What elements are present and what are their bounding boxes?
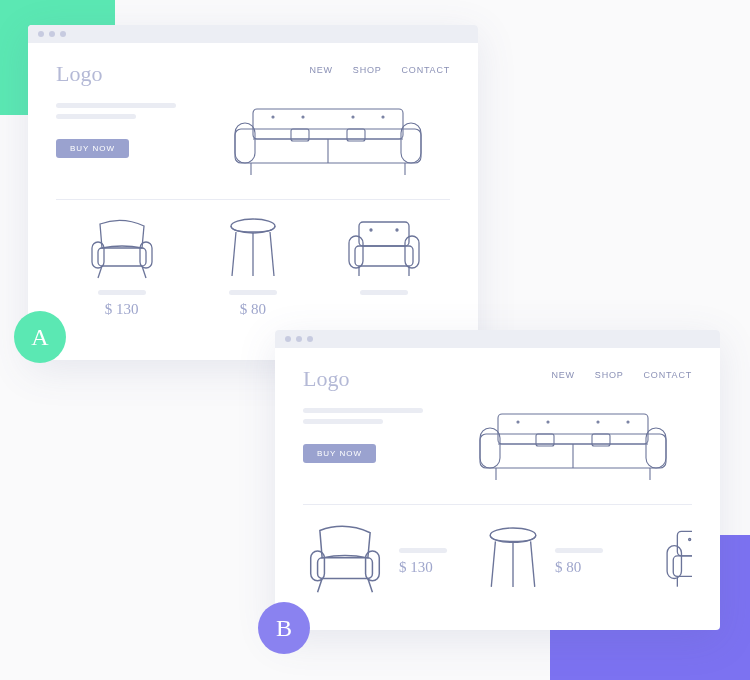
nav-link-new[interactable]: NEW <box>309 65 332 75</box>
loveseat-icon <box>345 214 423 284</box>
svg-point-43 <box>597 421 599 423</box>
svg-line-21 <box>270 232 274 276</box>
product-price: $ 80 <box>240 301 266 318</box>
traffic-light-icon <box>296 336 302 342</box>
placeholder-line <box>56 114 136 119</box>
hero-section: BUY NOW <box>56 101 450 200</box>
nav-link-shop[interactable]: SHOP <box>353 65 382 75</box>
svg-line-51 <box>491 541 495 587</box>
placeholder-line <box>98 290 146 295</box>
svg-rect-23 <box>359 222 409 246</box>
main-nav: NEW SHOP CONTACT <box>551 366 692 380</box>
buy-now-button[interactable]: BUY NOW <box>56 139 129 158</box>
variant-badge-a: A <box>14 311 66 363</box>
svg-point-60 <box>689 538 691 540</box>
svg-rect-0 <box>253 109 403 139</box>
svg-rect-24 <box>355 246 413 266</box>
stool-icon <box>224 214 282 284</box>
svg-point-41 <box>517 421 519 423</box>
hero-image <box>453 406 692 486</box>
traffic-light-icon <box>49 31 55 37</box>
svg-point-12 <box>352 116 354 118</box>
svg-rect-56 <box>667 546 681 579</box>
header-bar: Logo NEW SHOP CONTACT <box>56 61 450 87</box>
hero-section: BUY NOW <box>303 406 692 505</box>
svg-point-42 <box>547 421 549 423</box>
armchair-icon <box>86 214 158 284</box>
svg-rect-25 <box>349 236 363 268</box>
brand-logo[interactable]: Logo <box>56 61 102 87</box>
product-card-stool[interactable]: $ 80 <box>483 519 643 599</box>
product-card-armchair[interactable]: $ 130 <box>303 519 463 599</box>
svg-rect-55 <box>673 556 692 577</box>
svg-rect-26 <box>405 236 419 268</box>
product-row: $ 130 $ 80 <box>56 200 450 318</box>
traffic-light-icon <box>307 336 313 342</box>
svg-rect-31 <box>498 414 648 444</box>
traffic-light-icon <box>60 31 66 37</box>
nav-link-new[interactable]: NEW <box>551 370 574 380</box>
product-price: $ 130 <box>105 301 139 318</box>
sofa-icon <box>223 101 433 181</box>
product-row: $ 130 $ 80 <box>303 505 692 599</box>
stool-icon <box>483 519 543 599</box>
product-card-loveseat[interactable] <box>329 214 439 318</box>
placeholder-line <box>360 290 408 295</box>
buy-now-button[interactable]: BUY NOW <box>303 444 376 463</box>
svg-line-52 <box>531 541 535 587</box>
product-price: $ 80 <box>555 559 581 576</box>
svg-line-20 <box>232 232 236 276</box>
main-nav: NEW SHOP CONTACT <box>309 61 450 75</box>
nav-link-contact[interactable]: CONTACT <box>402 65 450 75</box>
brand-logo[interactable]: Logo <box>303 366 349 392</box>
armchair-icon <box>303 519 387 599</box>
svg-rect-14 <box>98 248 146 266</box>
placeholder-line <box>399 548 447 553</box>
svg-point-30 <box>396 229 398 231</box>
placeholder-line <box>555 548 603 553</box>
sofa-icon <box>468 406 678 486</box>
svg-point-10 <box>272 116 274 118</box>
placeholder-line <box>303 408 423 413</box>
window-chrome <box>275 330 720 348</box>
mockup-window-a: Logo NEW SHOP CONTACT BUY NOW <box>28 25 478 360</box>
svg-rect-45 <box>318 558 373 579</box>
header-bar: Logo NEW SHOP CONTACT <box>303 366 692 392</box>
product-card-armchair[interactable]: $ 130 <box>67 214 177 318</box>
mockup-window-b: Logo NEW SHOP CONTACT BUY NOW <box>275 330 720 630</box>
product-price: $ 130 <box>399 559 433 576</box>
placeholder-line <box>229 290 277 295</box>
placeholder-line <box>303 419 383 424</box>
product-card-loveseat[interactable] <box>663 519 692 599</box>
placeholder-line <box>56 103 176 108</box>
nav-link-contact[interactable]: CONTACT <box>644 370 692 380</box>
svg-point-13 <box>382 116 384 118</box>
product-card-stool[interactable]: $ 80 <box>198 214 308 318</box>
svg-point-11 <box>302 116 304 118</box>
svg-point-29 <box>370 229 372 231</box>
nav-link-shop[interactable]: SHOP <box>595 370 624 380</box>
variant-badge-b: B <box>258 602 310 654</box>
loveseat-icon <box>663 519 692 599</box>
window-chrome <box>28 25 478 43</box>
svg-rect-54 <box>677 531 692 556</box>
svg-point-44 <box>627 421 629 423</box>
traffic-light-icon <box>38 31 44 37</box>
hero-image <box>206 101 450 181</box>
traffic-light-icon <box>285 336 291 342</box>
